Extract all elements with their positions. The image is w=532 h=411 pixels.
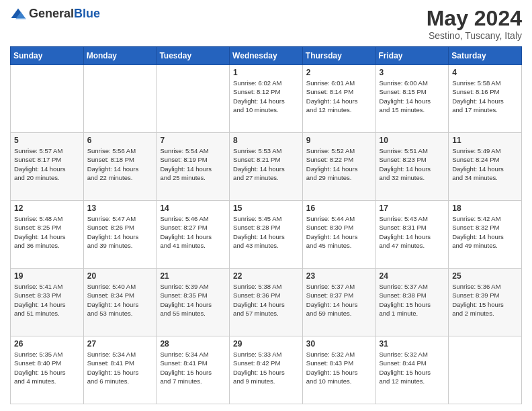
daylight-text: and 7 minutes. [160,377,202,385]
weekday-header-row: Sunday Monday Tuesday Wednesday Thursday… [11,47,522,65]
calendar-cell: 8Sunrise: 5:53 AMSunset: 8:21 PMDaylight… [230,133,303,201]
day-info: Sunrise: 5:37 AMSunset: 8:38 PMDaylight:… [380,282,445,318]
day-info: Sunrise: 5:49 AMSunset: 8:24 PMDaylight:… [452,146,518,182]
day-info: Sunrise: 6:00 AMSunset: 8:15 PMDaylight:… [380,79,445,114]
calendar-cell: 22Sunrise: 5:38 AMSunset: 8:36 PMDayligh… [230,269,303,336]
daylight-text: Daylight: 15 hours [87,369,139,376]
daylight-text: Daylight: 14 hours [452,97,504,105]
sunset-text: Sunset: 8:19 PM [160,156,207,163]
daylight-text: and 53 minutes. [87,310,133,317]
day-number: 4 [452,68,518,77]
sunrise-text: Sunrise: 5:32 AM [380,351,428,358]
daylight-text: and 47 minutes. [380,242,425,249]
sunset-text: Sunset: 8:28 PM [233,224,280,231]
sunrise-text: Sunrise: 5:47 AM [87,215,136,222]
day-number: 3 [380,68,445,77]
week-row-4: 19Sunrise: 5:41 AMSunset: 8:33 PMDayligh… [11,269,522,336]
daylight-text: and 27 minutes. [233,174,279,181]
calendar-cell: 11Sunrise: 5:49 AMSunset: 8:24 PMDayligh… [449,133,522,201]
sunrise-text: Sunrise: 5:40 AM [87,283,136,290]
day-number: 30 [306,339,372,349]
sunset-text: Sunset: 8:38 PM [380,291,427,299]
daylight-text: Daylight: 15 hours [452,301,504,308]
day-number: 11 [452,136,518,145]
week-row-3: 12Sunrise: 5:48 AMSunset: 8:25 PMDayligh… [11,201,522,269]
calendar-cell: 12Sunrise: 5:48 AMSunset: 8:25 PMDayligh… [11,201,84,269]
day-number: 18 [452,203,518,213]
day-number: 21 [160,271,226,281]
sunset-text: Sunset: 8:33 PM [14,291,61,299]
calendar-cell [449,336,522,404]
daylight-text: and 10 minutes. [306,377,352,385]
day-info: Sunrise: 5:38 AMSunset: 8:36 PMDaylight:… [233,282,299,318]
day-info: Sunrise: 5:32 AMSunset: 8:44 PMDaylight:… [380,350,445,385]
page: GeneralBlue May 2024 Sestino, Tuscany, I… [0,0,532,411]
sunset-text: Sunset: 8:36 PM [233,291,280,299]
sunrise-text: Sunrise: 5:33 AM [233,351,281,358]
sunset-text: Sunset: 8:40 PM [14,359,61,367]
logo-general: General [29,7,74,20]
daylight-text: Daylight: 14 hours [380,233,431,240]
sunset-text: Sunset: 8:23 PM [380,156,427,163]
sunset-text: Sunset: 8:37 PM [306,291,353,299]
sunset-text: Sunset: 8:25 PM [14,224,61,231]
day-number: 5 [14,136,80,145]
daylight-text: and 4 minutes. [14,377,56,385]
day-info: Sunrise: 5:58 AMSunset: 8:16 PMDaylight:… [452,79,518,114]
daylight-text: Daylight: 15 hours [14,369,66,376]
daylight-text: Daylight: 14 hours [452,233,504,240]
day-number: 12 [14,203,80,213]
daylight-text: and 32 minutes. [380,174,425,181]
calendar-table: Sunday Monday Tuesday Wednesday Thursday… [10,46,522,404]
calendar-cell: 23Sunrise: 5:37 AMSunset: 8:37 PMDayligh… [302,269,375,336]
day-number: 25 [452,271,518,281]
header-sunday: Sunday [11,47,84,65]
day-info: Sunrise: 5:54 AMSunset: 8:19 PMDaylight:… [160,146,226,182]
calendar-cell: 13Sunrise: 5:47 AMSunset: 8:26 PMDayligh… [83,201,157,269]
calendar-cell: 3Sunrise: 6:00 AMSunset: 8:15 PMDaylight… [375,65,449,133]
calendar-cell: 26Sunrise: 5:35 AMSunset: 8:40 PMDayligh… [11,336,84,404]
daylight-text: Daylight: 14 hours [14,301,66,308]
sunset-text: Sunset: 8:44 PM [380,359,427,367]
sunrise-text: Sunrise: 5:42 AM [452,215,500,222]
calendar-cell: 21Sunrise: 5:39 AMSunset: 8:35 PMDayligh… [157,269,230,336]
daylight-text: Daylight: 14 hours [233,165,285,173]
day-info: Sunrise: 5:53 AMSunset: 8:21 PMDaylight:… [233,146,299,182]
week-row-1: 1Sunrise: 6:02 AMSunset: 8:12 PMDaylight… [11,65,522,133]
day-number: 24 [380,271,445,281]
sunrise-text: Sunrise: 5:54 AM [160,147,208,154]
calendar-cell: 25Sunrise: 5:36 AMSunset: 8:39 PMDayligh… [449,269,522,336]
header-wednesday: Wednesday [230,47,303,65]
header-thursday: Thursday [302,47,375,65]
daylight-text: and 39 minutes. [87,242,133,249]
daylight-text: Daylight: 15 hours [233,369,285,376]
daylight-text: Daylight: 14 hours [160,233,212,240]
sunset-text: Sunset: 8:26 PM [87,224,134,231]
sunset-text: Sunset: 8:22 PM [306,156,353,163]
day-number: 13 [87,203,153,213]
sunset-text: Sunset: 8:12 PM [233,88,280,95]
sunrise-text: Sunrise: 5:45 AM [233,215,281,222]
day-info: Sunrise: 5:35 AMSunset: 8:40 PMDaylight:… [14,350,80,385]
day-info: Sunrise: 5:44 AMSunset: 8:30 PMDaylight:… [306,214,372,250]
day-info: Sunrise: 5:33 AMSunset: 8:42 PMDaylight:… [233,350,299,385]
calendar-cell: 15Sunrise: 5:45 AMSunset: 8:28 PMDayligh… [230,201,303,269]
sunset-text: Sunset: 8:16 PM [452,88,499,95]
header-friday: Friday [375,47,449,65]
day-number: 20 [87,271,153,281]
day-number: 15 [233,203,299,213]
sunrise-text: Sunrise: 5:52 AM [306,147,355,154]
sunset-text: Sunset: 8:30 PM [306,224,353,231]
daylight-text: Daylight: 15 hours [160,369,212,376]
sunset-text: Sunset: 8:24 PM [452,156,499,163]
daylight-text: and 36 minutes. [14,242,60,249]
sunrise-text: Sunrise: 5:56 AM [87,147,136,154]
sunset-text: Sunset: 8:32 PM [452,224,499,231]
sunset-text: Sunset: 8:21 PM [233,156,280,163]
day-number: 19 [14,271,80,281]
calendar-cell: 30Sunrise: 5:32 AMSunset: 8:43 PMDayligh… [302,336,375,404]
calendar-cell: 20Sunrise: 5:40 AMSunset: 8:34 PMDayligh… [83,269,157,336]
calendar-cell: 10Sunrise: 5:51 AMSunset: 8:23 PMDayligh… [375,133,449,201]
daylight-text: Daylight: 14 hours [380,97,431,105]
daylight-text: Daylight: 14 hours [380,165,431,173]
